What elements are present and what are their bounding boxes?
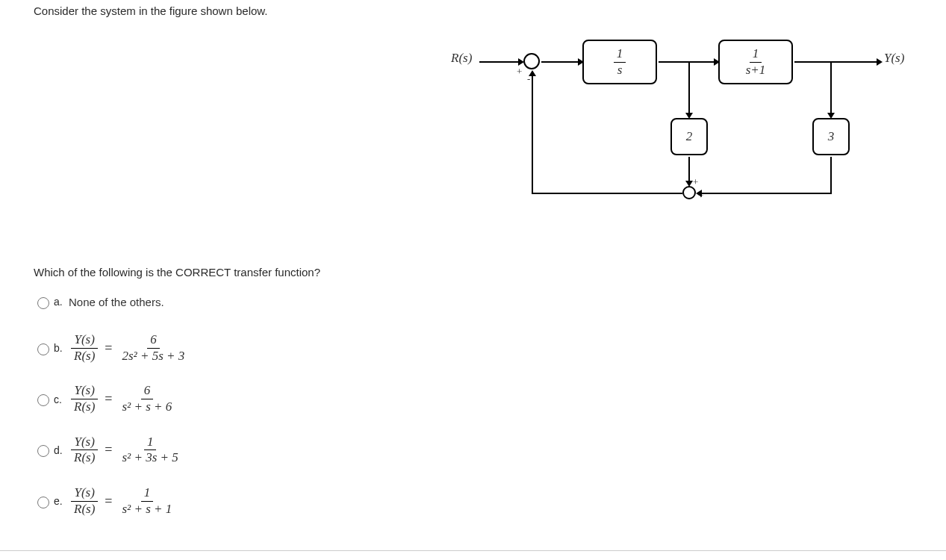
plus-sign: + [517, 66, 522, 78]
divider [0, 550, 946, 551]
lhs-num: Y(s) [71, 486, 97, 502]
output-label: Y(s) [884, 51, 904, 66]
block-g2-den: s+1 [743, 63, 769, 78]
block-g1-num: 1 [614, 47, 626, 63]
lhs-den: R(s) [71, 450, 98, 465]
rhs-den: s² + 3s + 5 [119, 450, 181, 465]
input-label: R(s) [451, 51, 472, 66]
block-diagram: R(s) + - 1s 1s+1 Y(s) 2 3 + + [448, 37, 926, 231]
option-letter: d. [54, 444, 69, 456]
option-formula: Y(s)R(s) = 1s² + s + 1 [69, 486, 177, 516]
rhs-num: 6 [141, 384, 154, 399]
question-prompt: Which of the following is the CORRECT tr… [34, 266, 320, 279]
lhs-num: Y(s) [71, 384, 97, 399]
option-b[interactable]: b. Y(s)R(s) = 62s² + 5s + 3 [34, 333, 190, 363]
rhs-den: s² + s + 1 [119, 502, 175, 517]
wire [830, 61, 832, 117]
option-letter: c. [54, 393, 69, 405]
option-letter: e. [54, 495, 69, 507]
radio-b[interactable] [37, 343, 49, 355]
option-text: None of the others. [69, 296, 164, 308]
wire [532, 72, 533, 193]
wire [830, 157, 832, 193]
wire [688, 61, 718, 63]
options-group: a. None of the others. b. Y(s)R(s) = 62s… [34, 291, 190, 538]
option-letter: b. [54, 342, 69, 354]
radio-c[interactable] [37, 394, 49, 406]
radio-e[interactable] [37, 497, 49, 508]
block-g1-den: s [614, 63, 626, 78]
lhs-num: Y(s) [71, 333, 97, 349]
radio-d[interactable] [37, 445, 49, 457]
wire [688, 61, 690, 117]
wire [659, 61, 690, 63]
wire [697, 193, 832, 194]
option-formula: Y(s)R(s) = 1s² + 3s + 5 [69, 435, 184, 465]
wire [830, 61, 881, 63]
lhs-den: R(s) [71, 349, 98, 364]
block-g2: 1s+1 [718, 40, 793, 84]
wire [541, 61, 582, 63]
wire [479, 61, 523, 63]
option-letter: a. [54, 296, 69, 308]
lhs-den: R(s) [71, 399, 98, 414]
block-g2-num: 1 [750, 47, 762, 63]
wire [794, 61, 832, 63]
block-g1: 1s [582, 40, 657, 84]
block-fb1: 2 [670, 118, 708, 155]
option-d[interactable]: d. Y(s)R(s) = 1s² + 3s + 5 [34, 435, 190, 465]
wire [532, 193, 682, 194]
option-a[interactable]: a. None of the others. [34, 291, 190, 312]
wire [688, 157, 690, 185]
rhs-num: 1 [144, 435, 157, 451]
rhs-den: 2s² + 5s + 3 [119, 349, 187, 364]
lhs-num: Y(s) [71, 435, 97, 451]
option-c[interactable]: c. Y(s)R(s) = 6s² + s + 6 [34, 384, 190, 414]
plus-sign: + [693, 176, 698, 188]
question-intro: Consider the system in the figure shown … [34, 4, 268, 17]
option-formula: Y(s)R(s) = 62s² + 5s + 3 [69, 333, 190, 363]
option-formula: Y(s)R(s) = 6s² + s + 6 [69, 384, 177, 414]
rhs-num: 1 [141, 486, 154, 502]
radio-a[interactable] [37, 297, 49, 309]
block-fb2: 3 [812, 118, 850, 155]
lhs-den: R(s) [71, 502, 98, 517]
summing-junction-1 [523, 53, 540, 69]
rhs-num: 6 [147, 333, 160, 349]
rhs-den: s² + s + 6 [119, 399, 175, 414]
option-e[interactable]: e. Y(s)R(s) = 1s² + s + 1 [34, 486, 190, 516]
